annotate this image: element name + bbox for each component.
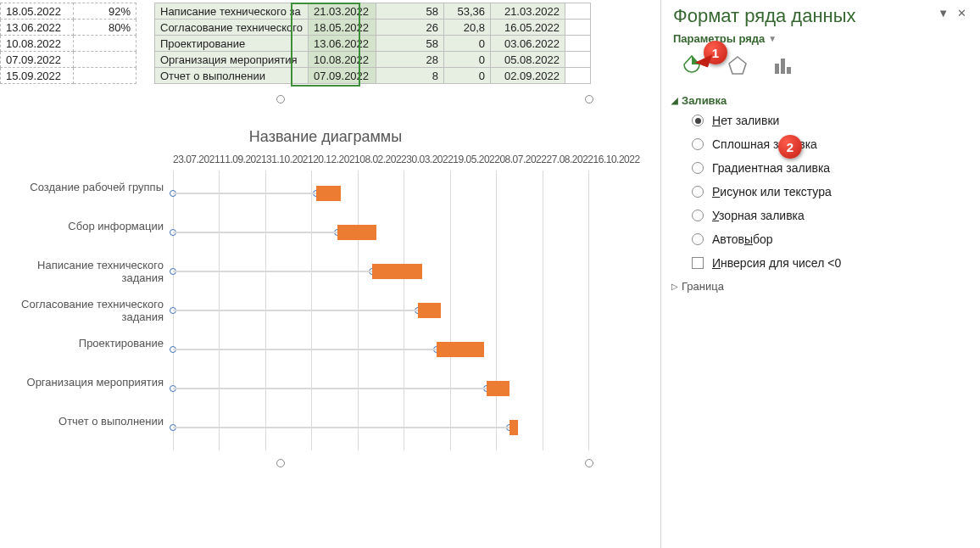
date-cell[interactable]: 15.09.2022 [1,68,74,84]
category-label: Отчет о выполнении [0,415,164,428]
format-pane: ▼ ✕ Формат ряда данных Параметры ряда ▼ [660,0,980,548]
series-duration-bar[interactable] [437,342,484,357]
date-cell[interactable]: 10.08.2022 [1,36,74,52]
p-cell[interactable] [565,36,590,52]
l-cell[interactable]: 13.06.2022 [308,36,376,52]
section-border-label: Граница [682,280,724,293]
pct-cell[interactable]: 80% [74,20,136,36]
category-label: Организация мероприятия [0,376,164,389]
pane-dropdown-icon[interactable]: ▼ [938,7,949,20]
o-cell[interactable]: 02.09.2022 [490,68,565,84]
radio-pattern-fill[interactable]: Узорная заливка [692,209,970,222]
p-cell[interactable] [565,3,590,20]
task-cell[interactable]: Организация мероприятия [155,52,309,68]
m-cell[interactable]: 26 [376,20,443,36]
l-cell[interactable]: 21.03.2022 [308,3,376,20]
section-border[interactable]: ▷ Граница [671,280,970,293]
svg-rect-2 [781,59,785,74]
o-cell[interactable]: 03.06.2022 [490,36,565,52]
svg-rect-1 [775,64,779,74]
radio-icon [692,210,704,221]
m-cell[interactable]: 58 [376,36,443,52]
l-cell[interactable]: 18.05.2022 [308,20,376,36]
svg-rect-3 [787,67,791,74]
radio-gradient-fill[interactable]: Градиентная заливка [692,161,970,175]
task-cell[interactable]: Написание технического за [155,3,309,20]
pct-cell[interactable] [74,36,136,52]
pct-cell[interactable]: 92% [74,3,136,20]
n-cell[interactable]: 0 [443,52,490,68]
series-duration-bar[interactable] [372,264,422,279]
chevron-down-icon: ▼ [768,34,777,43]
category-label: Написание технического задания [0,259,164,284]
p-cell[interactable] [565,20,590,36]
series-duration-bar[interactable] [487,381,509,396]
category-label: Проектирование [0,337,164,349]
n-cell[interactable]: 20,8 [443,20,490,36]
date-cell[interactable]: 13.06.2022 [1,20,74,36]
task-cell[interactable]: Отчет о выполнении [155,68,309,84]
grid-right[interactable]: Написание технического за21.03.20225853,… [154,3,591,84]
pct-cell[interactable] [74,68,136,84]
n-cell[interactable]: 0 [443,68,490,84]
date-cell[interactable]: 07.09.2022 [1,52,74,68]
task-cell[interactable]: Согласование технического [155,20,309,36]
radio-no-fill-label: ет заливки [721,114,779,127]
o-cell[interactable]: 16.05.2022 [490,20,565,36]
radio-picture-fill[interactable]: Рисунок или текстура [692,185,970,199]
checkbox-icon [692,257,704,269]
section-fill[interactable]: ◢ Заливка [671,94,970,107]
pct-cell[interactable] [74,52,136,68]
pane-close-icon[interactable]: ✕ [957,7,966,20]
radio-pattern-label: зорная заливка [719,209,805,222]
grid-left[interactable]: 18.05.202292%13.06.202280%10.08.202207.0… [0,3,136,84]
category-label: Создание рабочей группы [0,181,164,193]
chart-object[interactable]: Название диаграммы 23.07.202111.09.20213… [0,99,651,476]
p-cell[interactable] [565,68,590,84]
m-cell[interactable]: 58 [376,3,443,20]
marker-1-label: 1 [712,46,719,60]
pane-title: Формат ряда данных [673,5,970,27]
task-cell[interactable]: Проектирование [155,36,309,52]
radio-icon [692,138,704,150]
radio-solid-fill[interactable]: Сплошная заливка [692,137,970,151]
p-cell[interactable] [565,52,590,68]
spreadsheet-area[interactable]: 18.05.202292%13.06.202280%10.08.202207.0… [0,0,660,99]
m-cell[interactable]: 28 [376,52,443,68]
radio-auto-label: бор [753,232,773,246]
n-cell[interactable]: 53,36 [443,3,490,20]
marker-2-label: 2 [787,140,793,154]
section-fill-label: Заливка [682,94,727,107]
radio-auto-fill[interactable]: Автовыбор [692,232,970,246]
effects-tab-icon[interactable] [726,53,749,77]
chart-title[interactable]: Название диаграммы [0,128,651,146]
series-options-tab-icon[interactable] [771,53,795,77]
series-duration-bar[interactable] [316,186,341,201]
check-invert-negative[interactable]: Инверсия для чисел <0 [692,256,970,270]
o-cell[interactable]: 05.08.2022 [490,52,565,68]
x-axis-labels: 23.07.202111.09.202131.10.202120.12.2021… [173,154,588,165]
callout-marker-2: 2 [778,135,802,159]
series-duration-bar[interactable] [509,420,518,435]
o-cell[interactable]: 21.03.2022 [490,3,565,20]
n-cell[interactable]: 0 [443,36,490,52]
m-cell[interactable]: 8 [376,68,443,84]
radio-no-fill[interactable]: Нет заливки [692,114,970,127]
radio-icon [692,186,704,198]
category-label: Согласование технического задания [0,298,164,323]
radio-icon [692,115,704,126]
radio-gradient-label: Градиентная заливка [712,161,830,175]
l-cell[interactable]: 10.08.2022 [308,52,376,68]
series-duration-bar[interactable] [418,303,441,318]
radio-icon [692,162,704,174]
plot-area[interactable] [173,171,588,450]
date-cell[interactable]: 18.05.2022 [1,3,74,20]
radio-icon [692,233,704,245]
svg-marker-0 [729,57,746,74]
triangle-down-icon: ◢ [671,96,678,105]
triangle-right-icon: ▷ [671,282,678,291]
series-duration-bar[interactable] [337,225,377,240]
callout-marker-1: 1 [704,41,727,64]
check-invert-label: нверсия для чисел <0 [721,256,841,270]
l-cell[interactable]: 07.09.2022 [308,68,376,84]
